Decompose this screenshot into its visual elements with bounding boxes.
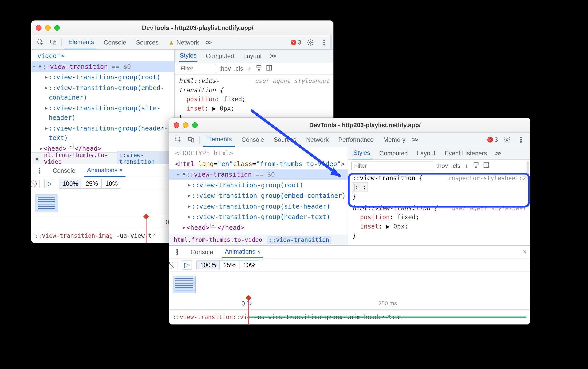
breadcrumb-view-transition[interactable]: ::view-transition [117,151,172,166]
drawer-tab-animations[interactable]: Animations × [84,164,125,177]
style-rule-user-agent[interactable]: html::view-transition {user agent styles… [348,202,530,241]
dom-node-group-site-header[interactable]: ▶::view-transition-group(site-header) [169,201,348,212]
css-new-prop-cursor[interactable]: : ; [354,184,366,191]
collapsed-ellipsis-icon[interactable]: ⋯ [68,144,73,148]
drawer-tab-animations[interactable]: Animations × [222,246,263,258]
close-window-button[interactable] [174,122,179,128]
more-subtabs-icon[interactable]: >> [270,52,277,60]
speed-25[interactable]: 25% [220,261,239,270]
tab-network[interactable]: ▲Network [165,35,202,49]
paint-icon[interactable] [472,161,480,170]
animation-track[interactable] [248,317,527,318]
dom-node-group-embed[interactable]: ▶::view-transition-group(embed-container… [169,190,348,201]
tab-console[interactable]: Console [238,133,267,147]
minimize-window-button[interactable] [183,122,188,128]
breadcrumb-html[interactable]: html.from-thumbs.to-video [172,236,264,244]
style-rule-inspector-new[interactable]: ::view-transition {inspector-stylesheet:… [348,172,530,202]
more-subtabs-icon[interactable]: >> [495,150,502,157]
minimize-window-button[interactable] [45,25,51,31]
breadcrumb-html[interactable]: nl.from-thumbs.to-video [42,151,114,166]
close-drawer-icon[interactable]: × [523,248,527,256]
panel-layout-icon[interactable] [483,161,490,170]
subtab-event-listeners[interactable]: Event Listeners [444,147,488,159]
play-icon[interactable]: ▷ [182,260,192,270]
dom-node-head[interactable]: ▶<head>⋯</head> [169,222,348,233]
panel-layout-icon[interactable] [266,64,273,73]
subtab-computed[interactable]: Computed [378,147,409,159]
stylesheet-source-link[interactable]: inspector-stylesheet:2 [448,174,526,183]
animation-thumbnail[interactable] [173,276,196,293]
play-icon[interactable]: ▷ [44,179,54,188]
plus-icon[interactable]: ＋ [463,162,469,170]
hov-toggle[interactable]: :hov [436,162,448,169]
animation-thumbnail[interactable] [35,194,58,212]
gear-icon[interactable] [306,38,315,47]
filter-input[interactable] [351,161,433,170]
dom-node-html[interactable]: <html lang="en" class="from-thumbs to-vi… [169,159,348,169]
inspect-icon[interactable] [36,38,45,47]
gear-icon[interactable] [502,135,512,144]
device-icon[interactable] [49,38,58,47]
inspect-icon[interactable] [174,135,183,144]
subtab-computed[interactable]: Computed [205,50,235,62]
zoom-window-button[interactable] [54,25,60,31]
refresh-icon[interactable]: ↻ [247,300,252,307]
tab-network[interactable]: Network [303,133,332,147]
paint-icon[interactable] [255,64,262,73]
hov-toggle[interactable]: :hov [219,65,231,72]
dom-node-view-transition[interactable]: ⋯▼::view-transition == $0 [31,61,174,72]
close-tab-icon[interactable]: × [257,249,260,255]
titlebar[interactable]: DevTools - http203-playlist.netlify.app/ [169,118,530,133]
tab-sources[interactable]: Sources [133,35,162,49]
dom-tree[interactable]: video"> ⋯▼::view-transition == $0 ▶::vie… [31,50,174,152]
zoom-window-button[interactable] [192,122,198,128]
speed-10[interactable]: 10% [102,179,121,188]
kebab-icon[interactable] [35,166,44,175]
dom-node-group-root[interactable]: ▶::view-transition-group(root) [31,72,174,83]
more-tabs-icon[interactable]: >> [206,39,212,46]
drawer-tab-console[interactable]: Console [187,246,216,258]
plus-icon[interactable]: ＋ [246,64,252,73]
keyframe-marker[interactable] [387,315,391,318]
collapsed-ellipsis-icon[interactable]: ⋯ [211,223,216,227]
speed-100[interactable]: 100% [59,179,82,188]
error-count-badge[interactable]: ×3 [487,136,498,143]
close-tab-icon[interactable]: × [120,167,123,173]
css-prop-value[interactable]: fixed; [397,214,419,221]
subtab-styles[interactable]: Styles [352,147,371,159]
titlebar[interactable]: DevTools - http203-playlist.netlify.app/ [31,20,333,35]
cls-toggle[interactable]: .cls [234,65,243,72]
dom-node-view-transition[interactable]: ⋯▼::view-transition == $0 [169,169,348,180]
filter-input[interactable] [178,64,216,73]
tab-elements[interactable]: Elements [65,35,97,49]
dom-node-group-header-text[interactable]: ▶::view-transition-group(header-text) [169,212,348,222]
dom-tree[interactable]: <!DOCTYPE html> <html lang="en" class="f… [169,147,348,234]
kebab-icon[interactable] [320,38,329,47]
close-window-button[interactable] [36,25,41,31]
dom-node-group-site-header[interactable]: ▶::view-transition-group(site-header) [31,103,174,123]
subtab-styles[interactable]: Styles [179,50,197,62]
breadcrumb[interactable]: html.from-thumbs.to-video ::view-transit… [169,234,348,245]
kebab-icon[interactable] [173,247,182,257]
more-tabs-icon[interactable]: >> [412,136,419,143]
tab-console[interactable]: Console [101,35,129,49]
subtab-layout[interactable]: Layout [242,50,263,62]
style-rule-user-agent[interactable]: html::view-transition {user agent styles… [175,75,333,123]
animation-timeline-header[interactable]: 0 ↻ 250 ms [169,297,530,310]
dom-node-doctype[interactable]: <!DOCTYPE html> [169,148,348,159]
dom-node-group-root[interactable]: ▶::view-transition-group(root) [169,180,348,191]
kebab-icon[interactable] [516,135,526,144]
dom-node-group-embed[interactable]: ▶::view-transition-group(embed-container… [31,83,174,103]
tab-elements[interactable]: Elements [203,133,235,147]
speed-25[interactable]: 25% [82,179,102,188]
css-prop-value[interactable]: 0px; [220,105,235,112]
speed-10[interactable]: 10% [239,261,259,270]
breadcrumb-back-icon[interactable]: ◀ [34,155,39,162]
breadcrumb[interactable]: ◀ nl.from-thumbs.to-video ::view-transit… [31,152,174,164]
cls-toggle[interactable]: .cls [451,162,460,169]
tab-sources[interactable]: Sources [271,133,299,147]
dom-node-group-header-text[interactable]: ▶::view-transition-group(header-text) [31,123,174,143]
dom-node-video[interactable]: video"> [31,51,174,61]
css-prop-name[interactable]: position [186,96,216,103]
css-prop-value[interactable]: fixed; [224,96,246,103]
